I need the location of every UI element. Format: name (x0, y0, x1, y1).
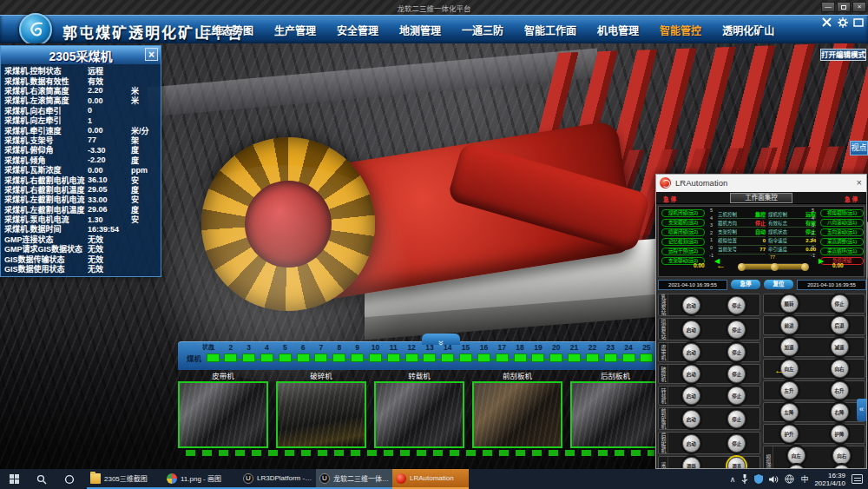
network-globe-icon[interactable] (785, 474, 794, 484)
control-button[interactable]: 向右 (831, 360, 849, 378)
control-button[interactable]: 启动 (682, 434, 700, 453)
reset-pill-button[interactable]: 复位 (764, 280, 793, 289)
nav-item[interactable]: 智能工作面 (524, 23, 576, 37)
taskbar-app[interactable]: ULR3DPlatform - U... (240, 469, 316, 489)
lr-capsule-button[interactable]: 八向滚动(远1) (820, 219, 864, 227)
lr-capsule-button[interactable]: 记忆截割(远2) (661, 238, 705, 246)
slider-track[interactable] (739, 263, 808, 270)
control-button[interactable]: 前进 (780, 316, 799, 334)
search-button[interactable] (28, 469, 56, 489)
support-indicator[interactable]: 17 (495, 343, 509, 369)
control-button[interactable]: 停止 (727, 320, 746, 339)
control-button[interactable]: 加速 (780, 338, 799, 356)
support-indicator[interactable]: 16 (477, 343, 490, 369)
tools-icon[interactable] (820, 17, 833, 28)
support-indicator[interactable]: 11 (386, 343, 400, 369)
workface-control-tab[interactable]: 工作面集控 (730, 193, 792, 203)
support-indicator[interactable]: 3 (242, 343, 256, 369)
support-indicator[interactable]: 8 (332, 343, 346, 369)
panel-header[interactable]: 2305采煤机 × (1, 46, 161, 64)
lr-titlebar[interactable]: LRAutomation × (656, 175, 866, 192)
camera-feed[interactable]: 破碎机 (276, 370, 366, 450)
support-indicator[interactable]: 18 (513, 343, 527, 369)
control-button[interactable]: 调斜 (682, 457, 700, 469)
edit-mode-button[interactable]: 打开编辑模式 (820, 49, 866, 61)
control-button[interactable]: 启动 (682, 296, 700, 314)
control-button[interactable]: 停止 (727, 410, 746, 428)
camera-feed[interactable]: 前刮板机 (472, 370, 562, 450)
start-button[interactable] (0, 469, 28, 489)
lr-capsule-button[interactable]: 支架跟机(远2) (661, 219, 705, 227)
support-indicator[interactable]: 12 (404, 343, 418, 369)
control-button[interactable]: 调直 (727, 457, 746, 469)
camera-feed[interactable]: 皮带机 (178, 370, 268, 450)
usb-icon[interactable] (741, 474, 748, 484)
nav-item[interactable]: 生产管理 (274, 23, 316, 37)
control-button[interactable]: 停止 (831, 294, 849, 313)
support-indicator[interactable]: 25 (640, 343, 654, 369)
control-button[interactable]: 顺转 (780, 294, 799, 313)
taskbar-app[interactable]: LRAutomation (392, 469, 469, 489)
notification-center-icon[interactable] (852, 474, 863, 484)
support-indicator[interactable]: 6 (296, 343, 310, 369)
cortana-button[interactable] (56, 469, 83, 489)
control-button[interactable]: 启动 (682, 343, 700, 361)
support-indicator[interactable]: 2 (224, 343, 238, 369)
collapse-panel-chevron[interactable]: « (422, 334, 460, 345)
taskbar-app[interactable]: 11.png - 画图 (163, 469, 240, 489)
control-button[interactable]: 停止 (727, 365, 746, 383)
support-indicator[interactable]: 15 (459, 343, 473, 369)
control-button[interactable]: 启动 (682, 365, 700, 383)
support-indicator[interactable]: 24 (621, 343, 635, 369)
slider-knob[interactable] (801, 263, 809, 271)
control-button[interactable]: 启动 (682, 410, 700, 428)
support-indicator[interactable]: 23 (603, 343, 617, 369)
panel-close-icon[interactable]: × (145, 48, 158, 61)
support-indicator[interactable]: 7 (314, 343, 328, 369)
camera-feed[interactable]: 后刮板机 (570, 370, 661, 450)
control-button[interactable]: 右降 (831, 403, 849, 421)
support-indicator[interactable]: 1 (206, 343, 220, 369)
fullscreen-icon[interactable] (852, 17, 865, 28)
control-button[interactable]: 启动 (682, 387, 700, 405)
lr-capsule-button[interactable]: 五向滚动(远1) (820, 228, 864, 236)
support-indicator[interactable]: 13 (423, 343, 437, 369)
slider-knob[interactable] (771, 263, 779, 271)
taskbar-clock[interactable]: 16:39 2021/4/10 (814, 472, 845, 487)
lr-capsule-button[interactable]: 远程干预(远2) (661, 248, 705, 255)
control-button[interactable]: 向左 (787, 446, 806, 465)
lr-collapse-tab[interactable]: « (857, 399, 866, 421)
taskbar-app[interactable]: 2305三维截图 (87, 469, 163, 489)
control-button[interactable]: 停止 (727, 343, 746, 361)
minimize-button[interactable]: — (821, 2, 835, 12)
nav-item[interactable]: 透明化矿山 (722, 23, 774, 37)
maximize-button[interactable] (837, 2, 851, 12)
lr-close-icon[interactable]: × (857, 177, 862, 188)
ime-indicator[interactable]: 中 (800, 473, 808, 485)
close-button[interactable]: × (852, 2, 866, 12)
control-button[interactable]: 向右 (832, 446, 851, 465)
support-indicator[interactable]: 4 (260, 343, 273, 369)
support-indicator[interactable]: 20 (549, 343, 563, 369)
nav-item[interactable]: 三维态势图 (201, 23, 253, 37)
control-button[interactable]: 右升 (831, 381, 849, 400)
lr-capsule-button[interactable]: 喷雾闭锁(远2) (661, 228, 705, 236)
settings-gear-icon[interactable] (836, 17, 849, 28)
lr-capsule-button[interactable]: 视角跟随(远1) (820, 209, 864, 217)
nav-item[interactable]: 地测管理 (399, 23, 441, 37)
control-button[interactable]: 启动 (682, 320, 700, 339)
control-button[interactable]: 停止 (727, 387, 746, 405)
nav-item[interactable]: 智能管控 (660, 23, 701, 37)
control-button[interactable]: 停止 (727, 434, 746, 453)
control-button[interactable]: 后退 (831, 316, 849, 334)
hidden-icons-chevron[interactable]: ∧ (730, 475, 736, 484)
estop-pill-button[interactable]: 急停 (731, 280, 760, 289)
control-button[interactable]: 左升 (780, 381, 799, 400)
nav-item[interactable]: 安全管理 (337, 23, 378, 37)
control-button[interactable]: 左降 (780, 403, 799, 421)
support-indicator[interactable]: 19 (531, 343, 545, 369)
viewpoint-tab[interactable]: 视点 (850, 141, 868, 155)
lr-capsule-button[interactable]: 采高循环(远1) (820, 248, 864, 255)
support-indicator[interactable]: 21 (568, 343, 582, 369)
control-button[interactable]: 护升 (780, 425, 799, 443)
